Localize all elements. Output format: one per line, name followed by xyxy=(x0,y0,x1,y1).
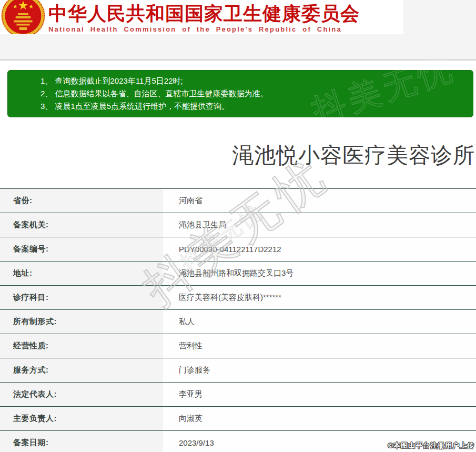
table-row: 所有制形式: 私人 xyxy=(0,310,476,334)
field-label: 服务方式: xyxy=(0,358,163,382)
facility-name-title: 渑池悦小容医疗美容诊所 xyxy=(0,143,476,168)
field-value: 营利性 xyxy=(163,334,476,358)
header-gray-band xyxy=(0,34,476,59)
table-row: 备案编号: PDY00030-041122117D2212 xyxy=(0,237,476,262)
notice-box: 1、 查询数据截止到2023年11月5日22时;2、 信息数据结果以各省、自治区… xyxy=(7,70,473,117)
field-value: 河南省 xyxy=(163,189,476,213)
page: 中华人民共和国国家卫生健康委员会 National Health Commiss… xyxy=(0,0,476,452)
table-row: 地址: 渑池县韶州路和双拥路交叉口3号 xyxy=(0,262,476,286)
field-label: 地址: xyxy=(0,262,163,285)
table-row: 省份: 河南省 xyxy=(0,189,476,213)
table-row: 主要负责人: 向淑英 xyxy=(0,407,476,431)
table-row: 服务方式: 门诊服务 xyxy=(0,358,476,383)
field-label: 备案机关: xyxy=(0,213,163,237)
table-row: 经营性质: 营利性 xyxy=(0,334,476,358)
header-divider xyxy=(0,59,476,61)
field-label: 备案日期: xyxy=(0,431,163,452)
field-label: 法定代表人: xyxy=(0,383,163,406)
site-title-chinese: 中华人民共和国国家卫生健康委员会 xyxy=(48,4,360,24)
header-band: 中华人民共和国国家卫生健康委员会 National Health Commiss… xyxy=(0,0,476,34)
field-value: 医疗美容科(美容皮肤科)****** xyxy=(163,286,476,309)
field-value: 渑池县卫生局 xyxy=(163,213,476,237)
field-value: 门诊服务 xyxy=(163,358,476,382)
field-label: 主要负责人: xyxy=(0,407,163,430)
notice-item: 1、 查询数据截止到2023年11月5日22时; xyxy=(40,75,468,87)
notice-item: 2、 信息数据结果以各省、自治区、直辖市卫生健康委数据为准。 xyxy=(40,87,468,100)
field-value: 渑池县韶州路和双拥路交叉口3号 xyxy=(163,262,476,285)
field-label: 诊疗科目: xyxy=(0,286,163,309)
notice-item: 3、 凌晨1点至凌晨5点系统进行维护，不能提供查询。 xyxy=(40,100,468,113)
field-value: 向淑英 xyxy=(163,407,476,430)
field-value: 私人 xyxy=(163,310,476,334)
facility-info-table: 省份: 河南省 备案机关: 渑池县卫生局 备案编号: PDY00030-0411… xyxy=(0,188,476,452)
header-titles: 中华人民共和国国家卫生健康委员会 National Health Commiss… xyxy=(48,0,360,33)
national-emblem-icon xyxy=(1,0,45,34)
table-row: 备案机关: 渑池县卫生局 xyxy=(0,213,476,237)
table-row: 诊疗科目: 医疗美容科(美容皮肤科)****** xyxy=(0,286,476,310)
field-label: 省份: xyxy=(0,189,163,213)
site-title-english: National Health Commission of the People… xyxy=(48,25,360,33)
field-label: 所有制形式: xyxy=(0,310,163,334)
site-header: 中华人民共和国国家卫生健康委员会 National Health Commiss… xyxy=(0,0,403,34)
field-label: 备案编号: xyxy=(0,237,163,261)
field-label: 经营性质: xyxy=(0,334,163,358)
upload-copyright-watermark: ©本图由平台注册用户上传 xyxy=(388,441,474,450)
table-row: 法定代表人: 李亚男 xyxy=(0,383,476,407)
field-value: PDY00030-041122117D2212 xyxy=(163,237,476,261)
field-value: 李亚男 xyxy=(163,383,476,406)
